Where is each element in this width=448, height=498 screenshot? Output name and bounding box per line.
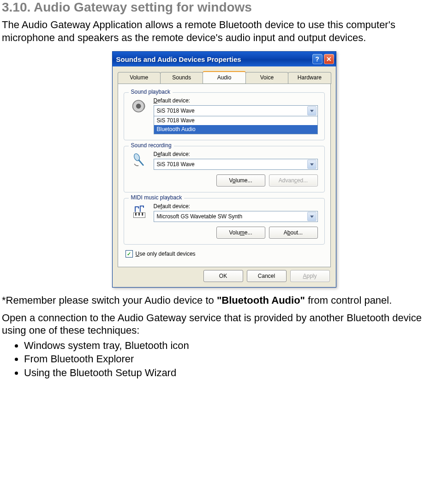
tab-panel-audio: Sound playback Default device: SiS 7018 … (118, 84, 331, 267)
recording-volume-button[interactable]: Volume... (216, 174, 265, 186)
svg-point-1 (136, 104, 141, 109)
dropdown-option-1[interactable]: Bluetooth Audio (154, 125, 317, 134)
svg-rect-6 (142, 213, 143, 216)
midi-device-value: Microsoft GS Wavetable SW Synth (157, 213, 243, 220)
use-default-label: Use only default devices (136, 251, 196, 257)
chevron-down-icon[interactable] (307, 106, 317, 115)
group-title-recording: Sound recording (129, 142, 174, 149)
recording-device-combo[interactable]: SiS 7018 Wave (154, 159, 318, 170)
ok-button[interactable]: OK (203, 270, 243, 282)
tabs-row: Volume Sounds Audio Voice Hardware (114, 68, 335, 84)
recording-label: Default device: (154, 151, 318, 157)
playback-device-combo[interactable]: SiS 7018 Wave (154, 105, 318, 116)
midi-icon (131, 203, 148, 221)
tab-hardware[interactable]: Hardware (288, 72, 331, 84)
midi-label: Default device: (154, 203, 318, 210)
chevron-down-icon[interactable] (307, 160, 317, 169)
group-midi-playback: MIDI music playback Default device: Micr… (124, 198, 325, 245)
list-item: From Bluetooth Explorer (24, 352, 446, 366)
dialog-window: Sounds and Audio Devices Properties ? ✕ … (112, 51, 336, 288)
dialog-titlebar[interactable]: Sounds and Audio Devices Properties ? ✕ (113, 52, 336, 66)
check-icon[interactable]: ✓ (125, 250, 133, 258)
list-item: Windows system tray, Bluetooth icon (24, 339, 446, 353)
midi-device-combo[interactable]: Microsoft GS Wavetable SW Synth (154, 211, 318, 222)
tab-audio[interactable]: Audio (203, 71, 245, 83)
apply-button[interactable]: Apply (290, 270, 330, 282)
speaker-icon (131, 97, 148, 115)
midi-volume-button[interactable]: Volume... (216, 227, 265, 239)
playback-device-dropdown[interactable]: SiS 7018 Wave Bluetooth Audio (154, 116, 318, 134)
midi-about-button[interactable]: About... (269, 227, 318, 239)
help-button[interactable]: ? (312, 54, 323, 64)
recording-advanced-button[interactable]: Advanced... (269, 174, 318, 186)
use-default-checkbox-row[interactable]: ✓ Use only default devices (125, 250, 323, 258)
tab-volume[interactable]: Volume (118, 72, 161, 84)
remember-paragraph: *Remember please switch your Audio devic… (2, 294, 446, 307)
section-heading: 3.10. Audio Gateway setting for windows (0, 0, 448, 15)
list-item: Using the Bluetooth Setup Wizard (24, 366, 446, 380)
svg-rect-4 (135, 213, 137, 216)
dropdown-option-0[interactable]: SiS 7018 Wave (154, 116, 317, 125)
playback-device-value: SiS 7018 Wave (157, 108, 195, 114)
recording-device-value: SiS 7018 Wave (157, 161, 195, 168)
chevron-down-icon[interactable] (307, 212, 317, 221)
group-sound-recording: Sound recording Default device: SiS 7018… (124, 146, 325, 192)
intro-paragraph: The Audio Gateway Application allows a r… (2, 18, 446, 44)
tab-sounds[interactable]: Sounds (160, 72, 203, 84)
playback-label: Default device: (154, 97, 318, 104)
group-sound-playback: Sound playback Default device: SiS 7018 … (124, 92, 325, 140)
microphone-icon (131, 151, 148, 168)
group-title-playback: Sound playback (129, 89, 173, 95)
tab-voice[interactable]: Voice (245, 72, 288, 84)
dialog-title: Sounds and Audio Devices Properties (116, 55, 312, 63)
techniques-list: Windows system tray, Bluetooth icon From… (2, 339, 446, 380)
svg-rect-5 (138, 213, 140, 216)
close-button[interactable]: ✕ (324, 54, 334, 64)
group-title-midi: MIDI music playback (129, 194, 185, 201)
cancel-button[interactable]: Cancel (247, 270, 287, 282)
open-connection-paragraph: Open a connection to the Audio Gateway s… (2, 312, 446, 337)
